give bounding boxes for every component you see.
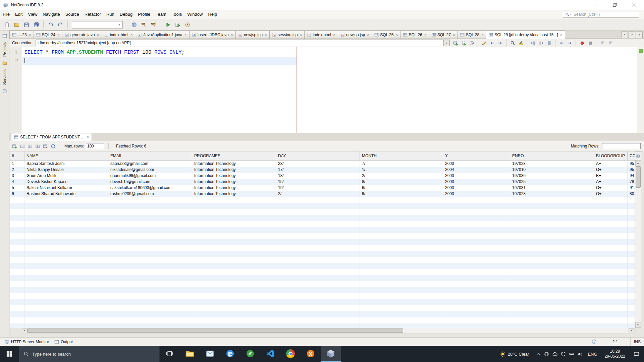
language-indicator[interactable]: ENG	[584, 352, 600, 357]
editor-tab[interactable]: SQL 28×	[458, 31, 486, 39]
save-all-icon[interactable]	[32, 20, 41, 29]
comment-icon[interactable]	[599, 39, 606, 47]
tab-close-icon[interactable]: ×	[97, 33, 99, 37]
redo-icon[interactable]	[56, 20, 65, 29]
undo-icon[interactable]	[46, 20, 55, 29]
tab-close-icon[interactable]: ×	[184, 33, 187, 37]
forward-icon[interactable]	[496, 39, 504, 47]
connection-dropdown-arrow-icon[interactable]	[443, 40, 449, 46]
column-header-month[interactable]: MONTH	[360, 152, 443, 160]
table-row[interactable]: 3Gauri Arun Mulikgaurimulik99@gmail.comI…	[10, 173, 635, 179]
clock[interactable]: 16:28 29-05-2022	[601, 349, 629, 359]
chrome-icon[interactable]	[280, 346, 301, 362]
editor-tab[interactable]: SQL 26×	[400, 31, 429, 39]
deploy-icon[interactable]	[130, 20, 139, 29]
column-settings-button[interactable]	[635, 152, 641, 160]
green-app-icon[interactable]	[240, 346, 260, 362]
table-row[interactable]: 5Sakshi Nishikant Kulkarnisakshikulkarni…	[10, 185, 635, 191]
weather-widget[interactable]: 28°C Clear	[495, 346, 534, 362]
output-button[interactable]: Output	[52, 338, 75, 346]
table-row[interactable]: 6Rashmi Sharad Kothawaderashmi0209@gmail…	[10, 191, 635, 197]
tab-close-icon[interactable]: ×	[130, 33, 132, 37]
notifications-button[interactable]	[588, 338, 600, 346]
menu-debug[interactable]: Debug	[117, 10, 135, 19]
xampp-icon[interactable]: X	[301, 346, 321, 362]
matching-rows-input[interactable]	[602, 143, 641, 149]
column-header-name[interactable]: NAME	[24, 152, 108, 160]
toggle-bookmark-icon[interactable]	[545, 39, 553, 47]
scroll-left-button[interactable]	[22, 328, 28, 333]
start-macro-icon[interactable]	[578, 39, 586, 47]
editor-tab[interactable]: SQL 24×	[34, 31, 62, 39]
horizontal-scrollbar[interactable]	[21, 328, 635, 334]
previous-bookmark-icon[interactable]	[529, 39, 537, 47]
refresh-icon[interactable]	[50, 143, 57, 150]
editor-tab[interactable]: Jgenerate.java×	[62, 31, 102, 39]
start-button[interactable]	[0, 346, 19, 362]
run-icon[interactable]	[164, 20, 172, 29]
tab-close-icon[interactable]: ×	[57, 33, 60, 37]
column-header-y[interactable]: Y	[443, 152, 510, 160]
max-rows-input[interactable]	[86, 143, 104, 149]
files-icon[interactable]	[1, 59, 8, 67]
run-statement-icon[interactable]	[460, 39, 467, 47]
menu-window[interactable]: Window	[184, 10, 205, 19]
build-icon[interactable]	[140, 20, 148, 29]
column-header-programee[interactable]: PROGRAMEE	[192, 152, 276, 160]
tab-close-icon[interactable]: ×	[300, 33, 302, 37]
clean-build-icon[interactable]	[149, 20, 158, 29]
volume-icon[interactable]	[576, 346, 584, 362]
editor-tab[interactable]: JJavaApplication1.java×	[135, 31, 189, 39]
uncomment-icon[interactable]	[607, 39, 614, 47]
vertical-scrollbar[interactable]	[635, 160, 641, 328]
run-sql-icon[interactable]	[452, 39, 459, 47]
services-icon[interactable]	[1, 87, 8, 95]
vertical-scroll-thumb[interactable]	[636, 166, 641, 188]
file-explorer-icon[interactable]	[180, 346, 200, 362]
task-view-button[interactable]	[160, 346, 180, 362]
table-row[interactable]: 1Sapna Santosh Joshisapna23@gmail.comInf…	[10, 161, 635, 167]
editor-tab[interactable]: <>index.html×	[102, 31, 136, 39]
network-icon[interactable]	[542, 346, 551, 362]
editor-tab[interactable]: jspnewjsp.jsp×	[338, 31, 372, 39]
tab-close-icon[interactable]: ×	[395, 33, 398, 37]
editor-tab[interactable]: SQL 25×	[372, 31, 400, 39]
menu-navigate[interactable]: Navigate	[40, 10, 62, 19]
next-bookmark-icon[interactable]	[537, 39, 545, 47]
sql-history-icon[interactable]	[468, 39, 475, 47]
column-header--[interactable]: #	[10, 152, 24, 160]
save-icon[interactable]	[22, 20, 31, 29]
menu-view[interactable]: View	[25, 10, 40, 19]
taskbar-search[interactable]: Type here to search	[19, 346, 160, 362]
editor-tab[interactable]: ... 23×	[9, 31, 34, 39]
connection-dropdown[interactable]: jdbc:derby://localhost:1527/miniproject …	[36, 40, 450, 46]
action-center-button[interactable]	[629, 346, 643, 362]
open-project-icon[interactable]	[12, 20, 21, 29]
sidebar-item-services[interactable]: Services	[2, 67, 7, 87]
vscode-icon[interactable]	[260, 346, 280, 362]
menu-edit[interactable]: Edit	[12, 10, 25, 19]
menu-team[interactable]: Team	[153, 10, 169, 19]
restore-window-icon[interactable]	[1, 32, 8, 40]
insert-record-icon[interactable]	[11, 143, 18, 150]
config-combo[interactable]	[72, 21, 123, 28]
edge-icon[interactable]	[220, 346, 240, 362]
profile-icon[interactable]	[183, 20, 192, 29]
http-server-monitor-button[interactable]: HTTP Server Monitor	[2, 338, 52, 346]
commit-record-icon[interactable]	[26, 143, 34, 150]
editor-tab[interactable]: JInsert_JDBC.java×	[189, 31, 236, 39]
editor-tab[interactable]: SQL 29 [jdbc:derby://localhost:15...]×	[486, 31, 565, 39]
editor-tab[interactable]: <>index.html×	[304, 31, 338, 39]
tab-close-icon[interactable]: ×	[29, 33, 31, 37]
close-button[interactable]	[625, 0, 644, 10]
find-selection-icon[interactable]	[509, 39, 516, 47]
column-header-co[interactable]: CO	[628, 152, 635, 160]
tab-close-icon[interactable]: ×	[560, 33, 562, 37]
tab-close-icon[interactable]: ×	[333, 33, 335, 37]
menu-file[interactable]: File	[0, 10, 12, 19]
cancel-edit-icon[interactable]	[34, 143, 41, 150]
minimize-button[interactable]	[586, 0, 605, 10]
tab-close-icon[interactable]: ×	[367, 33, 369, 37]
column-header-email[interactable]: EMAIL	[108, 152, 192, 160]
show-hidden-icons-button[interactable]	[534, 346, 542, 362]
